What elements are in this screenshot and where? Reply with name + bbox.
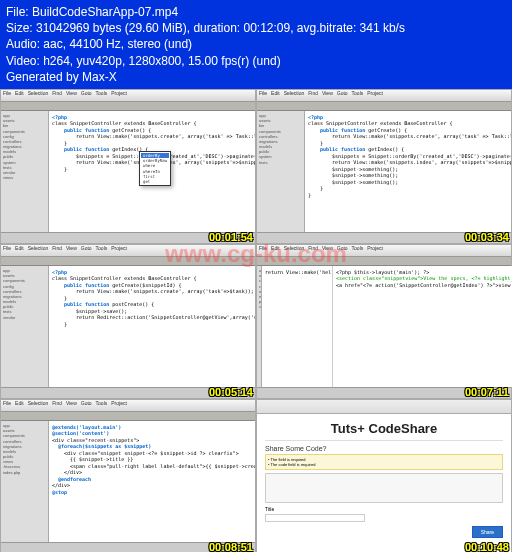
code-editor-right[interactable]: <?php $this->layout('main'); ?> <section… bbox=[332, 266, 512, 387]
timestamp: 00:01:54 bbox=[209, 231, 253, 243]
thumb-5: FileEditSelectionFindViewGotoToolsProjec… bbox=[0, 399, 256, 552]
share-button[interactable]: Share bbox=[472, 526, 503, 538]
page-content: Tuts+ CodeShare Share Some Code? • The f… bbox=[257, 414, 511, 552]
audio-line: Audio: aac, 44100 Hz, stereo (und) bbox=[6, 36, 506, 52]
validation-notice: • The field is required • The code field… bbox=[265, 454, 503, 470]
tabbar[interactable] bbox=[1, 257, 255, 266]
menubar[interactable]: FileEditSelectionFindViewGotoToolsProjec… bbox=[1, 400, 255, 412]
code-editor-left[interactable]: return View::make('hello'); bbox=[262, 266, 332, 387]
menubar[interactable]: FileEditSelectionFindViewGotoToolsProjec… bbox=[257, 245, 511, 257]
title-input[interactable] bbox=[265, 514, 365, 522]
notice-line: • The code field is required bbox=[268, 462, 500, 467]
page-title: Tuts+ CodeShare bbox=[265, 421, 503, 436]
menubar[interactable]: FileEditSelectionFindViewGotoToolsProjec… bbox=[257, 90, 511, 102]
menubar[interactable]: FileEditSelectionFindViewGotoToolsProjec… bbox=[1, 90, 255, 102]
tabbar[interactable] bbox=[257, 102, 511, 111]
size-line: Size: 31042969 bytes (29.60 MiB), durati… bbox=[6, 20, 506, 36]
media-info-header: File: BuildCodeSharApp-07.mp4 Size: 3104… bbox=[0, 0, 512, 89]
browser-chrome[interactable] bbox=[257, 400, 511, 414]
timestamp: 00:03:34 bbox=[465, 231, 509, 243]
code-editor[interactable]: <?php class SnippetController extends Ba… bbox=[49, 111, 255, 232]
autocomplete-popup[interactable]: orderBy orderByRaw where whereIn first g… bbox=[139, 151, 171, 186]
file-sidebar[interactable]: appassetsbincomponentsconfigcontrollersm… bbox=[1, 111, 49, 232]
file-sidebar[interactable]: appassetsbincomponentscontrollersmigrati… bbox=[257, 111, 305, 232]
file-sidebar[interactable]: appassetscomponentscontrollersmigrations… bbox=[1, 421, 49, 542]
thumb-2: FileEditSelectionFindViewGotoToolsProjec… bbox=[256, 89, 512, 244]
code-editor[interactable]: <?php class SnippetController extends Ba… bbox=[49, 266, 255, 387]
tabbar[interactable] bbox=[1, 412, 255, 421]
autocomplete-item[interactable]: get bbox=[141, 179, 169, 184]
gen-line: Generated by Max-X bbox=[6, 69, 506, 85]
web-browser: Tuts+ CodeShare Share Some Code? • The f… bbox=[257, 400, 511, 552]
thumb-6: Tuts+ CodeShare Share Some Code? • The f… bbox=[256, 399, 512, 552]
code-editor[interactable]: <?php class SnippetController extends Ba… bbox=[305, 111, 511, 232]
thumb-3: FileEditSelectionFindViewGotoToolsProjec… bbox=[0, 244, 256, 399]
timestamp: 00:08:51 bbox=[209, 541, 253, 552]
thumbnail-grid: FileEditSelectionFindViewGotoToolsProjec… bbox=[0, 89, 512, 552]
file-line: File: BuildCodeSharApp-07.mp4 bbox=[6, 4, 506, 20]
video-line: Video: h264, yuv420p, 1280x800, 15.00 fp… bbox=[6, 53, 506, 69]
tabbar[interactable] bbox=[257, 257, 511, 266]
title-label: Title bbox=[265, 506, 503, 512]
timestamp: 00:07:11 bbox=[465, 386, 509, 398]
timestamp: 00:10:48 bbox=[465, 541, 509, 552]
file-sidebar[interactable]: appassetscomponentsconfigcontrollersmigr… bbox=[1, 266, 49, 387]
timestamp: 00:05:14 bbox=[209, 386, 253, 398]
menubar[interactable]: FileEditSelectionFindViewGotoToolsProjec… bbox=[1, 245, 255, 257]
thumb-4: FileEditSelectionFindViewGotoToolsProjec… bbox=[256, 244, 512, 399]
code-editor[interactable]: @extends('layout.main') @section('conten… bbox=[49, 421, 255, 542]
tabbar[interactable] bbox=[1, 102, 255, 111]
panel-heading: Share Some Code? bbox=[265, 445, 503, 452]
code-textarea[interactable] bbox=[265, 473, 503, 503]
thumb-1: FileEditSelectionFindViewGotoToolsProjec… bbox=[0, 89, 256, 244]
